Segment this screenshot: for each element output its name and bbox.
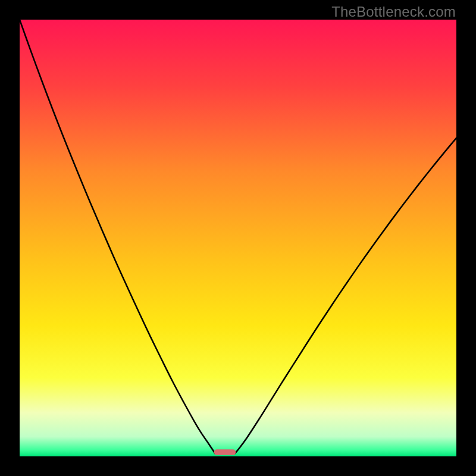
- watermark-text: TheBottleneck.com: [331, 4, 456, 20]
- left-curve: [20, 20, 215, 454]
- plot-area: [20, 20, 456, 456]
- bottom-marker: [214, 449, 236, 455]
- curves-layer: [20, 20, 456, 456]
- outer-frame: TheBottleneck.com: [0, 0, 476, 476]
- right-curve: [234, 138, 456, 454]
